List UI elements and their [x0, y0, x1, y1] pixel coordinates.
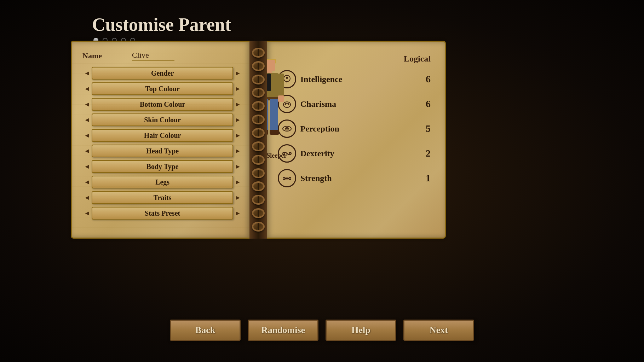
stats-preset-right-arrow[interactable]: ►	[233, 208, 242, 219]
spine-ring-12	[252, 195, 265, 205]
next-button[interactable]: Next	[403, 320, 474, 341]
left-page: Name Clive ◄ Gender ► ◄ Top Colour ► ◄ B…	[71, 41, 249, 239]
spine-ring-4	[252, 88, 265, 98]
option-row-gender: ◄ Gender ►	[82, 67, 242, 80]
head-type-left-arrow[interactable]: ◄	[82, 145, 92, 157]
help-button[interactable]: Help	[326, 320, 396, 341]
stats-category: Logical	[278, 54, 431, 64]
option-row-traits: ◄ Traits ►	[82, 191, 242, 204]
spine-ring-3	[252, 75, 265, 84]
gender-button[interactable]: Gender	[92, 67, 233, 80]
bottom-colour-left-arrow[interactable]: ◄	[82, 99, 92, 110]
spine-ring-1	[252, 48, 265, 58]
dexterity-value: 2	[420, 148, 431, 159]
body-type-right-arrow[interactable]: ►	[233, 161, 242, 172]
stats-section: Logical Intelligence 6	[274, 49, 434, 199]
stat-row-strength: Strength 1	[278, 169, 431, 187]
svg-rect-14	[289, 177, 291, 180]
page-title: Customise Parent	[92, 14, 231, 35]
spine-ring-7	[252, 128, 265, 138]
strength-value: 1	[420, 173, 431, 184]
hair-colour-left-arrow[interactable]: ◄	[82, 130, 92, 141]
intelligence-label: Intelligence	[300, 75, 416, 84]
spine-ring-8	[252, 141, 265, 151]
back-button[interactable]: Back	[170, 320, 241, 341]
legs-button[interactable]: Legs	[92, 176, 233, 188]
char-shoe-right	[270, 130, 279, 135]
char-pants-right	[270, 99, 278, 131]
strength-icon	[278, 169, 296, 187]
randomise-button[interactable]: Randomise	[248, 320, 318, 341]
skin-colour-button[interactable]: Skin Colour	[92, 113, 233, 126]
spine-ring-6	[252, 115, 265, 124]
head-type-button[interactable]: Head Type	[92, 145, 233, 157]
option-row-hair-colour: ◄ Hair Colour ►	[82, 129, 242, 142]
intelligence-value: 6	[420, 74, 431, 85]
body-type-left-arrow[interactable]: ◄	[82, 161, 92, 172]
stat-row-charisma: Charisma 6	[278, 95, 431, 113]
body-type-button[interactable]: Body Type	[92, 160, 233, 173]
option-row-top-colour: ◄ Top Colour ►	[82, 82, 242, 95]
name-label: Name	[82, 51, 132, 60]
option-row-legs: ◄ Legs ►	[82, 176, 242, 188]
svg-rect-13	[283, 177, 285, 180]
char-arm-right	[278, 74, 284, 97]
skin-colour-left-arrow[interactable]: ◄	[82, 114, 92, 125]
traits-right-arrow[interactable]: ►	[233, 192, 242, 203]
char-tie	[267, 74, 271, 91]
top-colour-button[interactable]: Top Colour	[92, 82, 233, 95]
bottom-buttons: Back Randomise Help Next	[170, 320, 474, 341]
spine-ring-5	[252, 101, 265, 111]
perception-label: Perception	[300, 124, 416, 134]
name-value[interactable]: Clive	[132, 51, 174, 61]
character-preview: Deep Sleeper	[241, 60, 297, 159]
option-row-skin-colour: ◄ Skin Colour ►	[82, 113, 242, 126]
name-row: Name Clive	[82, 49, 242, 61]
traits-left-arrow[interactable]: ◄	[82, 192, 92, 203]
book: Name Clive ◄ Gender ► ◄ Top Colour ► ◄ B…	[71, 41, 446, 239]
bottom-colour-button[interactable]: Bottom Colour	[92, 98, 233, 111]
spine-ring-11	[252, 181, 265, 191]
stats-preset-left-arrow[interactable]: ◄	[82, 208, 92, 219]
option-row-body-type: ◄ Body Type ►	[82, 160, 242, 173]
stat-row-intelligence: Intelligence 6	[278, 70, 431, 88]
stats-preset-button[interactable]: Stats Preset	[92, 207, 233, 220]
char-hand-right	[278, 95, 284, 102]
spine-ring-13	[252, 208, 265, 218]
stat-row-dexterity: Dexterity 2	[278, 144, 431, 163]
option-row-head-type: ◄ Head Type ►	[82, 145, 242, 157]
spine-ring-14	[252, 222, 265, 232]
stat-row-perception: Perception 5	[278, 119, 431, 138]
charisma-label: Charisma	[300, 99, 416, 109]
spine-ring-9	[252, 155, 265, 165]
hair-colour-button[interactable]: Hair Colour	[92, 129, 233, 142]
top-colour-left-arrow[interactable]: ◄	[82, 83, 92, 94]
spine-ring-10	[252, 168, 265, 178]
legs-right-arrow[interactable]: ►	[233, 176, 242, 188]
legs-left-arrow[interactable]: ◄	[82, 176, 92, 188]
book-spine	[249, 41, 267, 239]
charisma-value: 6	[420, 98, 431, 110]
option-row-stats-preset: ◄ Stats Preset ►	[82, 207, 242, 220]
dexterity-label: Dexterity	[300, 149, 416, 158]
strength-label: Strength	[300, 174, 416, 183]
option-row-bottom-colour: ◄ Bottom Colour ►	[82, 98, 242, 111]
title-area: Customise Parent	[92, 14, 231, 43]
traits-button[interactable]: Traits	[92, 191, 233, 204]
gender-left-arrow[interactable]: ◄	[82, 68, 92, 79]
perception-value: 5	[420, 123, 431, 134]
spine-ring-2	[252, 61, 265, 71]
